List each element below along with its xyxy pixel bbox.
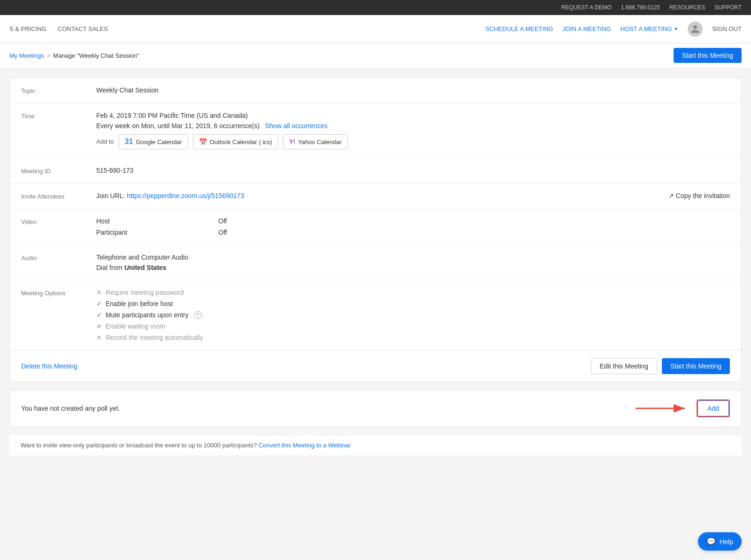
video-participant-label: Participant [96, 229, 143, 236]
join-meeting-link[interactable]: JOIN A MEETING [562, 25, 611, 32]
time-label: Time [21, 112, 96, 120]
video-host-line: Host Off [96, 217, 730, 225]
avatar [688, 22, 703, 37]
calendar-buttons: Add to 31 Google Calendar 📅 Outlook Cale… [96, 134, 730, 149]
poll-section: You have not created any poll yet. Add [9, 390, 742, 427]
webinar-text: Want to invite view-only participants or… [21, 442, 257, 449]
start-meeting-bottom-button[interactable]: Start this Meeting [662, 358, 730, 374]
option-mute: ✓ Mute participants upon entry ? [96, 311, 730, 319]
phone-number: 1.888.799.0125 [621, 4, 660, 11]
topic-value: Weekly Chat Session [96, 86, 730, 94]
meeting-id-row: Meeting ID 515-690-173 [10, 158, 741, 184]
options-row: Meeting Options ✕ Require meeting passwo… [10, 280, 741, 350]
join-url-link[interactable]: https://pepperdine.zoom.us/j/515690173 [127, 192, 244, 199]
invite-row: Invite Attendees Join URL: https://peppe… [10, 184, 741, 209]
arrow-add-container: Add [636, 399, 730, 417]
join-url-text: Join URL: https://pepperdine.zoom.us/j/5… [96, 192, 668, 199]
audio-label: Audio [21, 253, 96, 261]
audio-val: Telephone and Computer Audio [96, 253, 730, 261]
option-password: ✕ Require meeting password [96, 289, 730, 296]
main-nav: S & PRICING CONTACT SALES SCHEDULE A MEE… [0, 15, 751, 43]
google-calendar-button[interactable]: 31 Google Calendar [119, 134, 188, 149]
options-label: Meeting Options [21, 289, 96, 297]
options-list: ✕ Require meeting password ✓ Enable join… [96, 289, 730, 341]
host-meeting-link[interactable]: HOST A MEETING ▼ [621, 25, 678, 32]
action-buttons: Edit this Meeting Start this Meeting [591, 358, 730, 374]
x-icon-waiting: ✕ [96, 322, 102, 330]
breadcrumb-separator: > [47, 52, 51, 59]
yahoo-calendar-button[interactable]: Y! Yahoo Calendar [283, 134, 348, 149]
breadcrumb-bar: My Meetings > Manage "Weekly Chat Sessio… [0, 43, 751, 68]
option-waiting-text: Enable waiting room [106, 322, 165, 330]
add-button-container: Add [697, 399, 730, 417]
meeting-id-value: 515-690-173 [96, 167, 730, 174]
host-dropdown-icon: ▼ [674, 26, 678, 31]
video-value: Host Off Participant Off [96, 217, 730, 236]
breadcrumb: My Meetings > Manage "Weekly Chat Sessio… [9, 52, 139, 59]
nav-left: S & PRICING CONTACT SALES [9, 25, 108, 32]
edit-meeting-button[interactable]: Edit this Meeting [591, 358, 658, 374]
check-icon-mute: ✓ [96, 311, 102, 319]
options-value: ✕ Require meeting password ✓ Enable join… [96, 289, 730, 341]
schedule-meeting-link[interactable]: SCHEDULE A MEETING [485, 25, 553, 32]
delete-meeting-link[interactable]: Delete this Meeting [21, 362, 77, 370]
start-meeting-header-button[interactable]: Start this Meeting [674, 48, 742, 63]
x-icon-password: ✕ [96, 289, 102, 296]
option-record: ✕ Record the meeting automatically [96, 334, 730, 341]
convert-webinar-link[interactable]: Convert this Meeting to a Webinar [259, 442, 351, 449]
video-host-val: Off [218, 217, 227, 225]
breadcrumb-current-page: Manage "Weekly Chat Session" [53, 52, 139, 59]
outlook-cal-icon: 📅 [199, 138, 207, 146]
copy-invitation-link[interactable]: ↗ Copy the invitation [668, 192, 730, 199]
option-join-text: Enable join before host [106, 300, 173, 307]
option-join-before-host: ✓ Enable join before host [96, 300, 730, 307]
poll-text: You have not created any poll yet. [21, 405, 120, 412]
time-main: Feb 4, 2019 7:00 PM Pacific Time (US and… [96, 112, 730, 119]
audio-row: Audio Telephone and Computer Audio Dial … [10, 245, 741, 280]
topic-row: Topic Weekly Chat Session [10, 78, 741, 103]
audio-value: Telephone and Computer Audio Dial from U… [96, 253, 730, 271]
copy-invitation-container: ↗ Copy the invitation [668, 192, 730, 199]
time-value: Feb 4, 2019 7:00 PM Pacific Time (US and… [96, 112, 730, 149]
sign-out-link[interactable]: SIGN OUT [712, 25, 742, 32]
invite-value: Join URL: https://pepperdine.zoom.us/j/5… [96, 192, 668, 199]
resources-link[interactable]: RESOURCES [669, 4, 705, 11]
meeting-card: Topic Weekly Chat Session Time Feb 4, 20… [9, 77, 742, 382]
option-waiting-room: ✕ Enable waiting room [96, 322, 730, 330]
card-actions: Delete this Meeting Edit this Meeting St… [10, 350, 741, 382]
page-content: Topic Weekly Chat Session Time Feb 4, 20… [0, 68, 751, 465]
meeting-id-label: Meeting ID [21, 167, 96, 175]
contact-sales-link[interactable]: CONTACT SALES [58, 25, 108, 32]
request-demo-link[interactable]: REQUEST A DEMO [561, 4, 612, 11]
add-poll-button[interactable]: Add [697, 400, 729, 416]
plans-pricing-link[interactable]: S & PRICING [9, 25, 46, 32]
x-icon-record: ✕ [96, 334, 102, 341]
time-row: Time Feb 4, 2019 7:00 PM Pacific Time (U… [10, 103, 741, 158]
video-host-label: Host [96, 217, 143, 225]
option-record-text: Record the meeting automatically [106, 334, 203, 341]
google-cal-icon: 31 [125, 138, 133, 146]
option-mute-text: Mute participants upon entry [106, 311, 189, 319]
time-recur: Every week on Mon, until Mar 11, 2019, 6… [96, 122, 730, 130]
red-arrow-icon [636, 401, 692, 415]
support-link[interactable]: SUPPORT [714, 4, 742, 11]
copy-icon: ↗ [668, 192, 674, 199]
webinar-bar: Want to invite view-only participants or… [9, 435, 742, 455]
dial-val: Dial from United States [96, 264, 730, 271]
check-icon-join: ✓ [96, 300, 102, 307]
yahoo-cal-icon: Y! [289, 138, 295, 146]
nav-right: SCHEDULE A MEETING JOIN A MEETING HOST A… [485, 22, 742, 37]
invite-label: Invite Attendees [21, 192, 96, 200]
add-to-label: Add to [96, 134, 114, 149]
my-meetings-link[interactable]: My Meetings [9, 52, 44, 59]
outlook-calendar-button[interactable]: 📅 Outlook Calendar (.ics) [193, 134, 278, 149]
show-all-occurrences-link[interactable]: Show all occurrences [265, 122, 328, 130]
video-label: Video [21, 217, 96, 225]
video-row: Video Host Off Participant Off [10, 209, 741, 245]
top-bar: REQUEST A DEMO 1.888.799.0125 RESOURCES … [0, 0, 751, 15]
video-participant-line: Participant Off [96, 229, 730, 236]
topic-label: Topic [21, 86, 96, 94]
info-icon-mute[interactable]: ? [194, 311, 202, 319]
option-password-text: Require meeting password [106, 289, 184, 296]
video-participant-val: Off [218, 229, 227, 236]
